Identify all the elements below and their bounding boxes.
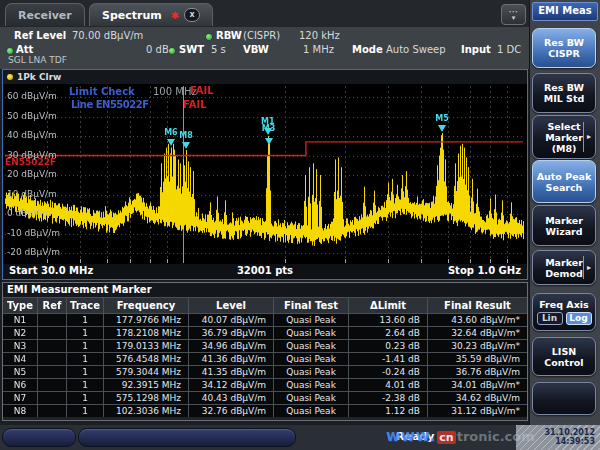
cell-type: N5: [3, 366, 37, 378]
swt-label[interactable]: SWT: [179, 44, 204, 55]
trace-label[interactable]: 1Pk Clrw: [17, 72, 61, 82]
limit-check-result-1: FAIL: [190, 85, 214, 96]
cell-frequency: 178.2108 MHz: [104, 327, 188, 339]
tab-label: Spectrum: [102, 9, 162, 22]
softkey-lisn-control[interactable]: LISNControl: [532, 337, 596, 376]
att-label[interactable]: Att: [16, 44, 33, 55]
softkey-select-marker[interactable]: SelectMarker(M8)▸: [532, 115, 596, 159]
cell-frequency: 92.3915 MHz: [104, 379, 188, 391]
cell-level: 40.43 dBµV/m: [189, 392, 273, 404]
vbw-value[interactable]: 1 MHz: [303, 44, 334, 55]
cell-type: N8: [3, 405, 37, 417]
plot-area[interactable]: Limit Check Line EN55022F 100 MHz FAIL F…: [3, 84, 527, 264]
softkey-marker-wizard[interactable]: MarkerWizard: [532, 205, 596, 246]
table-row[interactable]: N71575.1298 MHz40.43 dBµV/mQuasi Peak-2.…: [3, 391, 527, 404]
marker-label-m8[interactable]: M8: [179, 131, 193, 140]
marker-icon-m5[interactable]: [438, 125, 446, 132]
rbw-value[interactable]: 120 kHz: [299, 30, 340, 41]
date-text: 31.10.2012: [544, 428, 595, 437]
column-header: Frequency: [104, 298, 188, 313]
cell-level: 36.79 dBµV/m: [189, 327, 273, 339]
marker-label-m6[interactable]: M6: [164, 128, 178, 137]
cell-frequency: 177.9766 MHz: [104, 314, 188, 326]
ref-level-value[interactable]: 70.00 dBµV/m: [72, 30, 143, 41]
cell-frequency: 102.3036 MHz: [104, 405, 188, 417]
trace-led-icon: [7, 74, 13, 80]
cell-trace: 1: [67, 353, 103, 365]
cell-trace: 1: [67, 340, 103, 352]
status-flags: SGL LNA TDF: [8, 55, 67, 65]
cell-type: N7: [3, 392, 37, 404]
limit-line-tag: EN55022F: [5, 157, 56, 167]
swt-value[interactable]: 5 s: [211, 44, 226, 55]
cell-level: 32.76 dBµV/m: [189, 405, 273, 417]
cell-final_test: Quasi Peak: [274, 405, 348, 417]
softkey-empty-softkey[interactable]: [532, 382, 596, 415]
cell-level: 41.36 dBµV/m: [189, 353, 273, 365]
cell-trace: 1: [67, 405, 103, 417]
table-row[interactable]: N41576.4548 MHz41.36 dBµV/mQuasi Peak-1.…: [3, 352, 527, 365]
column-header: Final Test: [274, 298, 348, 313]
mode-label[interactable]: Mode: [352, 44, 383, 55]
tab-label: Receiver: [18, 9, 72, 22]
table-header-row: TypeRefTraceFrequencyLevelFinal TestΔLim…: [3, 297, 527, 313]
softkey-freq-axis[interactable]: Freq AxisLinLog: [532, 293, 596, 331]
att-led-icon: [7, 48, 13, 54]
cell-trace: 1: [67, 392, 103, 404]
softkey-sidebar: EMI Meas Res BWCISPRRes BWMIL StdSelectM…: [529, 0, 600, 425]
display-menu-button[interactable]: ⋯ ▾: [501, 4, 526, 25]
table-row[interactable]: N6192.3915 MHz34.12 dBµV/mQuasi Peak4.01…: [3, 378, 527, 391]
table-title: EMI Measurement Marker: [3, 283, 527, 297]
softkey-res-bw-cispr[interactable]: Res BWCISPR: [532, 28, 596, 68]
toggle-log[interactable]: Log: [566, 312, 592, 325]
stop-freq[interactable]: Stop 1.0 GHz: [448, 265, 521, 276]
softkey-label: MIL Std: [533, 93, 595, 104]
tab-receiver[interactable]: Receiver: [5, 3, 85, 26]
cell-delta_limit: 13.60 dB: [349, 314, 427, 326]
chevron-down-icon: ▾: [512, 15, 516, 21]
spectrum-canvas[interactable]: [3, 84, 527, 264]
watermark-logo: cn: [437, 431, 455, 444]
rbw-led-icon: [206, 34, 212, 40]
status-segment: [78, 428, 296, 447]
cell-type: N1: [3, 314, 37, 326]
cell-frequency: 179.0133 MHz: [104, 340, 188, 352]
cell-final_result: 31.12 dBµV/m*: [428, 405, 527, 417]
softkey-auto-peak-search[interactable]: Auto PeakSearch: [532, 160, 596, 203]
softkey-res-bw-mil-std[interactable]: Res BWMIL Std: [532, 73, 596, 113]
table-row[interactable]: N11177.9766 MHz40.07 dBµV/mQuasi Peak13.…: [3, 313, 527, 326]
datetime: 31.10.2012 14:39:53: [544, 428, 595, 446]
column-header: Final Result: [428, 298, 527, 313]
table-row[interactable]: N81102.3036 MHz32.76 dBµV/mQuasi Peak1.1…: [3, 404, 527, 417]
att-value[interactable]: 0 dB: [146, 44, 169, 55]
input-label[interactable]: Input: [461, 44, 491, 55]
marker-icon-m3[interactable]: [265, 138, 273, 145]
cell-trace: 1: [67, 314, 103, 326]
table-row[interactable]: N31179.0133 MHz34.96 dBµV/mQuasi Peak0.2…: [3, 339, 527, 352]
marker-icon-m8[interactable]: [182, 142, 190, 149]
table-row[interactable]: N51579.3044 MHz41.35 dBµV/mQuasi Peak-0.…: [3, 365, 527, 378]
close-tab-icon[interactable]: x: [184, 8, 200, 22]
mode-value[interactable]: Auto Sweep: [386, 44, 446, 55]
tab-spectrum[interactable]: Spectrum ✱ x: [89, 3, 213, 26]
cell-type: N6: [3, 379, 37, 391]
cell-type: N4: [3, 353, 37, 365]
ref-level-label[interactable]: Ref Level: [14, 30, 66, 41]
marker-icon-m6[interactable]: [167, 139, 175, 146]
cell-frequency: 576.4548 MHz: [104, 353, 188, 365]
table-row[interactable]: N21178.2108 MHz36.79 dBµV/mQuasi Peak2.6…: [3, 326, 527, 339]
cell-ref: [38, 340, 66, 352]
softkey-marker-demod[interactable]: MarkerDemod▸: [532, 250, 596, 285]
cell-final_test: Quasi Peak: [274, 353, 348, 365]
softkey-label: Wizard: [533, 226, 595, 237]
cell-frequency: 579.3044 MHz: [104, 366, 188, 378]
marker-label-m3[interactable]: M3: [262, 124, 276, 133]
input-value[interactable]: 1 DC: [497, 44, 521, 55]
cell-final_test: Quasi Peak: [274, 366, 348, 378]
toggle-lin[interactable]: Lin: [537, 312, 563, 325]
marker-table: N11177.9766 MHz40.07 dBµV/mQuasi Peak13.…: [3, 313, 527, 417]
vbw-label[interactable]: VBW: [243, 44, 269, 55]
rbw-label[interactable]: RBW: [216, 30, 242, 41]
marker-label-m5[interactable]: M5: [435, 114, 449, 123]
cell-type: N2: [3, 327, 37, 339]
